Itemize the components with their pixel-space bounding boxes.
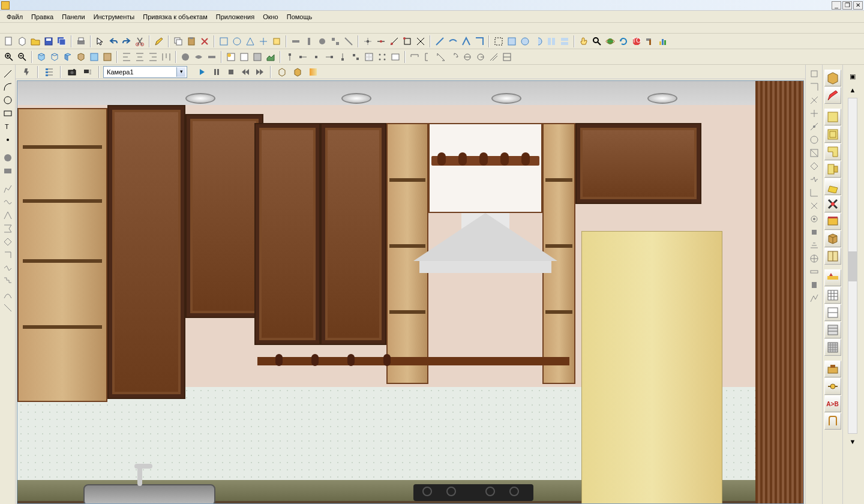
di-3[interactable] — [435, 51, 447, 63]
vm-1[interactable] — [35, 51, 47, 63]
rewind-button[interactable] — [239, 65, 252, 79]
box-icon[interactable] — [275, 65, 289, 79]
pencil-button[interactable] — [153, 35, 165, 47]
vm-5[interactable] — [88, 51, 100, 63]
sb-panel7-icon[interactable] — [824, 213, 841, 230]
viewport-3d[interactable] — [17, 80, 804, 504]
arc-tool-icon[interactable] — [2, 81, 14, 93]
fill-rect-icon[interactable] — [2, 165, 14, 177]
sb-panel8-icon[interactable] — [824, 230, 841, 247]
tree-icon[interactable] — [43, 65, 56, 79]
fill-circle-icon[interactable] — [2, 152, 14, 164]
sb-hw-b-icon[interactable] — [824, 378, 841, 395]
poly-i-icon[interactable] — [2, 289, 14, 301]
pause-button[interactable] — [210, 65, 223, 79]
sh-3[interactable] — [206, 51, 218, 63]
rect-tool-icon[interactable] — [2, 107, 14, 119]
rt-12[interactable] — [808, 213, 820, 225]
sel-f[interactable] — [559, 35, 571, 47]
sb-edit-icon[interactable] — [824, 87, 841, 104]
hammer-icon[interactable] — [644, 35, 656, 47]
sb-panel5-icon[interactable] — [824, 178, 841, 195]
camera-icon[interactable] — [65, 65, 79, 79]
menu-window[interactable]: Окно — [259, 12, 283, 22]
menu-snap[interactable]: Привязка к объектам — [139, 12, 212, 22]
menu-edit[interactable]: Правка — [27, 12, 58, 22]
rt-15[interactable] — [808, 253, 820, 265]
new-3d-button[interactable] — [16, 35, 28, 47]
sb-panel4-icon[interactable] — [824, 161, 841, 178]
sn-7[interactable] — [363, 51, 375, 63]
snap-e[interactable] — [415, 35, 427, 47]
rt-8[interactable] — [808, 160, 820, 172]
sb-grid3-icon[interactable] — [824, 322, 841, 338]
tool-a[interactable] — [218, 35, 230, 47]
rt-5[interactable] — [808, 121, 820, 133]
sb-panel6-icon[interactable] — [824, 196, 841, 212]
camera-list-icon[interactable] — [81, 65, 94, 79]
di-2[interactable] — [422, 51, 434, 63]
di-4[interactable] — [448, 51, 460, 63]
tool-f[interactable] — [290, 35, 302, 47]
pin-icon[interactable] — [20, 65, 33, 79]
sel-c[interactable] — [519, 35, 531, 47]
sb-panel9-icon[interactable] — [824, 248, 841, 265]
minimize-button[interactable]: _ — [832, 1, 841, 10]
line-b[interactable] — [447, 35, 459, 47]
menu-tools[interactable]: Инструменты — [89, 12, 139, 22]
vm-3[interactable] — [62, 51, 74, 63]
snap-c[interactable] — [388, 35, 400, 47]
sb2-2[interactable]: ▲ — [847, 84, 859, 96]
chart-icon[interactable] — [657, 35, 669, 47]
sb-grid1-icon[interactable] — [824, 287, 841, 304]
zoom-icon[interactable] — [591, 35, 603, 47]
poly-c-icon[interactable] — [2, 209, 14, 221]
tool-j[interactable] — [343, 35, 355, 47]
rt-14[interactable] — [808, 239, 820, 251]
line-c[interactable] — [460, 35, 472, 47]
sn-3[interactable] — [310, 51, 322, 63]
snap-b[interactable] — [375, 35, 387, 47]
cut-button[interactable] — [134, 35, 146, 47]
stop-icon[interactable]: STOP — [631, 35, 643, 47]
vm-6[interactable] — [101, 51, 113, 63]
point-tool-icon[interactable] — [2, 134, 14, 146]
sb2-1[interactable]: ▣ — [847, 70, 859, 82]
al-4[interactable] — [160, 51, 172, 63]
snap-d[interactable] — [401, 35, 413, 47]
zoom-out-icon[interactable] — [16, 51, 28, 63]
delete-button[interactable] — [199, 35, 211, 47]
rt-7[interactable] — [808, 147, 820, 159]
poly-f-icon[interactable] — [2, 249, 14, 261]
di-6[interactable] — [475, 51, 487, 63]
hand-icon[interactable] — [578, 35, 590, 47]
lay-3[interactable] — [251, 51, 263, 63]
rt-2[interactable] — [808, 81, 820, 93]
poly-h-icon[interactable] — [2, 275, 14, 287]
tool-c[interactable] — [244, 35, 256, 47]
circle-tool-icon[interactable] — [2, 94, 14, 106]
rt-18[interactable] — [808, 292, 820, 304]
rt-13[interactable] — [808, 226, 820, 238]
open-button[interactable] — [29, 35, 41, 47]
rt-4[interactable] — [808, 107, 820, 119]
di-5[interactable] — [461, 51, 473, 63]
sh-1[interactable] — [179, 51, 191, 63]
rt-1[interactable] — [808, 68, 820, 80]
sb2-3[interactable]: ▼ — [847, 436, 859, 448]
sn-1[interactable] — [284, 51, 296, 63]
save-all-button[interactable] — [56, 35, 68, 47]
undo-button[interactable] — [107, 35, 119, 47]
sb2-scroll[interactable] — [848, 98, 857, 434]
poly-j-icon[interactable] — [2, 302, 14, 314]
rt-9[interactable] — [808, 173, 820, 185]
print-button[interactable] — [75, 35, 87, 47]
tool-g[interactable] — [303, 35, 315, 47]
sn-5[interactable] — [337, 51, 349, 63]
di-7[interactable] — [488, 51, 500, 63]
poly-a-icon[interactable] — [2, 183, 14, 195]
sb-hw-c-icon[interactable] — [824, 413, 841, 430]
gradient-icon[interactable] — [307, 65, 320, 79]
sb-panel3-icon[interactable] — [824, 143, 841, 160]
poly-e-icon[interactable] — [2, 236, 14, 248]
